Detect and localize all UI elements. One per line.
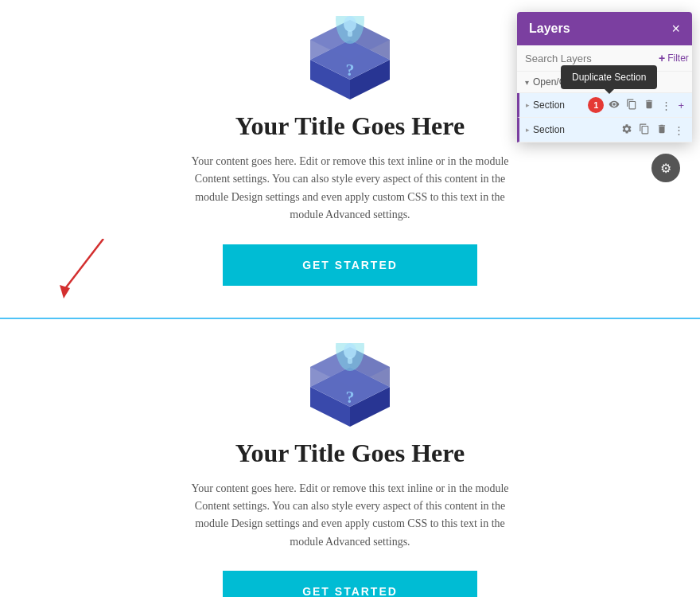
section-1-body: Your content goes here. Edit or remove t… (191, 153, 509, 224)
open-close-arrow-icon: ▾ (525, 78, 529, 87)
section-2: ? Your Title Goes Here Your content goes… (0, 327, 700, 597)
svg-point-8 (344, 16, 356, 32)
layer-1-label: Section (533, 100, 585, 111)
filter-button[interactable]: + Filter (659, 52, 689, 64)
duplicate-section-tooltip: Duplicate Section (561, 65, 657, 89)
layer-1-badge: 1 (588, 97, 604, 113)
layer-2-more-button[interactable]: ⋮ (672, 123, 686, 137)
layer-1-expand-icon: ▸ (526, 101, 530, 109)
layer-2-trash-button[interactable] (655, 122, 669, 138)
layer-1-more-button[interactable]: ⋮ (659, 99, 673, 112)
layer-1-icons: ⋮ + (607, 97, 686, 113)
open-close-row: ▾ Open/Close All Duplicate Section (517, 72, 692, 93)
get-started-button-1[interactable]: GET STARTED (223, 244, 477, 286)
layer-1-add-button[interactable]: + (676, 99, 686, 112)
filter-plus-icon: + (659, 52, 665, 64)
svg-text:?: ? (346, 60, 355, 80)
layer-2-expand-icon: ▸ (526, 126, 530, 134)
filter-label: Filter (667, 53, 689, 64)
section-2-title: Your Title Goes Here (0, 439, 700, 468)
layer-2-settings-button[interactable] (620, 122, 634, 138)
layers-header: Layers × (517, 12, 692, 45)
section-2-body: Your content goes here. Edit or remove t… (191, 480, 509, 552)
get-started-button-2[interactable]: GET STARTED (223, 571, 477, 597)
layers-search-input[interactable] (525, 53, 659, 64)
layers-title: Layers (529, 21, 570, 36)
section-2-image: ? (0, 343, 700, 427)
wrench-icon: ⚙ (660, 161, 671, 176)
layers-panel: Layers × + Filter ▾ Open/Close All Dupli… (517, 12, 692, 142)
svg-point-20 (344, 343, 356, 359)
floating-action-button[interactable]: ⚙ (651, 154, 680, 182)
duplicate-section-label: Duplicate Section (572, 72, 646, 83)
main-content: ? Your Title Goes Here Your content goes… (0, 0, 700, 597)
svg-text:?: ? (346, 387, 355, 407)
layer-1-trash-button[interactable] (642, 97, 656, 113)
section-divider (0, 318, 700, 319)
svg-rect-9 (348, 30, 352, 37)
layers-close-button[interactable]: × (671, 21, 680, 36)
layer-2-copy-button[interactable] (637, 122, 651, 138)
layer-section-row-1[interactable]: ▸ Section 1 ⋮ + (517, 93, 692, 118)
layer-2-icons: ⋮ (620, 122, 686, 138)
layer-section-row-2[interactable]: ▸ Section ⋮ (517, 118, 692, 142)
layer-1-copy-button[interactable] (624, 97, 639, 113)
svg-rect-21 (348, 357, 352, 364)
layer-1-visibility-button[interactable] (607, 97, 621, 113)
layer-2-label: Section (533, 124, 620, 135)
